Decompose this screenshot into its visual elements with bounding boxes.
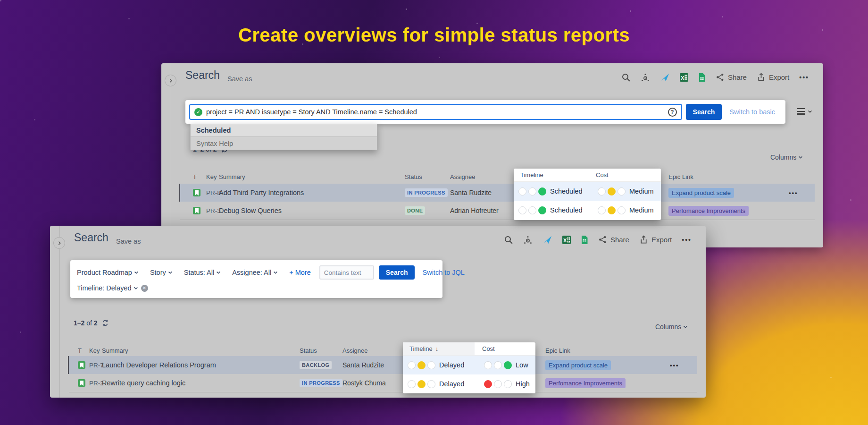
contains-text-input[interactable] [319,265,374,280]
excel-icon[interactable]: X [562,236,571,244]
excel-icon[interactable]: X [680,73,688,82]
grading-row: Delayed High [403,374,535,393]
cost-traffic-lights [598,206,626,214]
timeline-cost-panel: Timeline Cost Scheduled Medium Scheduled… [514,169,661,220]
table-row[interactable]: PR-8 Add Third Party Integrations IN PRO… [179,184,815,202]
row-more-button[interactable]: ••• [789,184,798,202]
cost-traffic-lights [598,187,626,196]
timeline-traffic-lights [518,206,546,214]
grading-row: Scheduled Medium [514,201,661,220]
grading-row: Scheduled Medium [514,182,661,201]
remove-filter-icon[interactable]: ✕ [141,285,148,292]
status-badge: BACKLOG [300,361,332,369]
page-title: Search [185,69,220,82]
search-button[interactable]: Search [379,265,415,280]
sheets-icon[interactable] [581,236,588,244]
export-button[interactable]: Export [639,235,672,244]
status-badge: IN PROGRESS [405,188,448,197]
refresh-icon[interactable] [101,319,109,327]
timeline-filter-chip[interactable]: Timeline: Delayed [77,284,137,292]
timeline-cost-panel: Timeline↓ Cost Delayed Low Delayed High [403,342,535,393]
project-filter[interactable]: Product Roadmap [77,269,138,276]
chevron-down-icon [274,270,277,273]
jql-input[interactable]: ✓ project = PR AND issuetype = Story AND… [189,104,682,120]
table-row[interactable]: PR-3 Debug Slow Queries DONE Adrian Hofr… [180,202,815,220]
status-badge: IN PROGRESS [300,379,342,387]
columns-button[interactable]: Columns [655,323,687,331]
columns-button[interactable]: Columns [770,153,802,161]
search-icon[interactable] [504,235,513,245]
epic-link-badge[interactable]: Perfomance Improvements [668,206,749,216]
share-icon [716,73,725,82]
timeline-traffic-lights [408,361,435,369]
chevron-down-icon [134,270,138,273]
sheets-icon[interactable] [698,73,706,82]
jql-autocomplete-dropdown: Scheduled Syntax Help [190,124,377,150]
table-header: T Key Summary Status Assignee Epic Link [180,170,815,183]
issuetype-filter[interactable]: Story [150,269,172,276]
assignee-filter[interactable]: Assignee: All [232,269,277,276]
status-filter[interactable]: Status: All [184,269,220,276]
toolbar: X Share Export ••• [621,72,809,82]
cost-column-header[interactable]: Cost [482,345,495,352]
story-type-icon [78,361,85,369]
structure-icon[interactable] [523,235,533,245]
share-icon [598,235,607,244]
export-button[interactable]: Export [757,73,789,82]
background-stars [0,0,1,1]
jql-search-bar: ✓ project = PR AND issuetype = Story AND… [185,100,785,124]
table-row[interactable]: PR-2 Rewrite query caching logic IN PROG… [69,374,697,392]
share-button[interactable]: Share [716,73,747,82]
basic-search-window: Search Save as X Share Export ••• Produc… [50,226,706,398]
view-options-button[interactable] [797,108,811,115]
timeline-traffic-lights [408,380,435,388]
hero-title: Create overviews for simple status repor… [0,25,868,46]
send-arrow-icon[interactable] [660,72,670,82]
chevron-down-icon [217,270,220,273]
cost-column-header[interactable]: Cost [596,171,609,178]
export-icon [757,73,766,82]
jql-query-text: project = PR AND issuetype = Story AND T… [206,108,417,116]
jql-search-window: Search Save as X Share Export ••• ✓ proj… [161,63,823,247]
more-actions-button[interactable]: ••• [799,74,809,81]
more-filters-button[interactable]: + More [289,269,311,276]
list-view-icon [797,108,805,115]
more-actions-button[interactable]: ••• [682,236,692,244]
expand-sidebar-button[interactable] [165,75,176,86]
send-arrow-icon[interactable] [542,235,552,245]
timeline-column-header[interactable]: Timeline [520,171,543,178]
search-icon[interactable] [621,73,631,82]
table-header: T Key Summary Status Assignee Epic Link [69,345,697,357]
sort-desc-icon: ↓ [435,345,439,352]
chevron-down-icon [134,285,137,289]
structure-icon[interactable] [641,73,650,82]
result-count: 1–2 of 2 [74,319,109,327]
epic-link-badge[interactable]: Perfomance Improvements [545,378,626,388]
switch-to-basic-link[interactable]: Switch to basic [729,108,775,116]
basic-filter-bar: Product Roadmap Story Status: All Assign… [70,260,442,298]
chevron-right-icon [168,78,172,82]
epic-link-badge[interactable]: Expand product scale [668,188,734,198]
help-icon[interactable]: ? [668,108,677,117]
chevron-down-icon [808,109,812,112]
svg-text:X: X [681,75,684,80]
story-type-icon [193,207,200,214]
epic-link-badge[interactable]: Expand product scale [545,360,611,370]
cost-traffic-lights [484,361,512,369]
switch-to-jql-link[interactable]: Switch to JQL [422,269,464,276]
timeline-traffic-lights [518,187,546,196]
autocomplete-option-scheduled[interactable]: Scheduled [191,124,377,137]
table-row[interactable]: PR-7 Launch Developer Relations Program … [68,356,697,374]
row-more-button[interactable]: ••• [670,356,679,374]
share-button[interactable]: Share [598,235,629,244]
status-badge: DONE [405,206,425,215]
search-button[interactable]: Search [686,104,722,120]
chevron-down-icon [168,270,172,273]
chevron-down-icon [684,324,687,328]
story-type-icon [193,189,200,196]
save-as-button[interactable]: Save as [227,75,252,83]
timeline-column-header[interactable]: Timeline↓ [409,345,438,352]
expand-sidebar-button[interactable] [53,237,65,249]
save-as-button[interactable]: Save as [116,238,141,245]
syntax-help-option[interactable]: Syntax Help [191,137,377,150]
